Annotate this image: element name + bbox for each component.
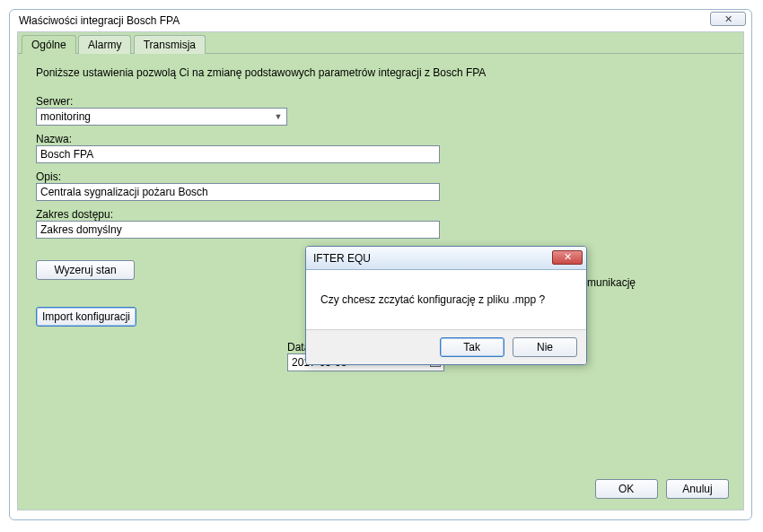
tab-strip: Ogólne Alarmy Transmisja	[22, 35, 743, 54]
confirm-dialog-title: IFTER EQU	[313, 252, 371, 265]
tab-general[interactable]: Ogólne	[22, 35, 76, 54]
confirm-dialog-buttons: Tak Nie	[306, 329, 586, 364]
description-input[interactable]: Centrala sygnalizacji pożaru Bosch	[36, 183, 440, 201]
reset-state-button[interactable]: Wyzeruj stan	[36, 260, 135, 280]
confirm-dialog-titlebar: IFTER EQU ✕	[306, 247, 586, 270]
server-value: monitoring	[40, 110, 91, 123]
properties-window: Właściwości integracji Bosch FPA ✕ Ogóln…	[9, 9, 752, 520]
ok-button[interactable]: OK	[595, 479, 658, 499]
tab-alarms[interactable]: Alarmy	[78, 35, 131, 54]
confirm-dialog-close-button[interactable]: ✕	[552, 250, 583, 265]
window-title: Właściwości integracji Bosch FPA	[19, 14, 180, 27]
intro-text: Poniższe ustawienia pozwolą Ci na zmianę…	[36, 66, 725, 79]
scope-value: Zakres domyślny	[40, 223, 122, 236]
name-input[interactable]: Bosch FPA	[36, 145, 440, 163]
server-combobox[interactable]: monitoring ▼	[36, 108, 287, 126]
confirm-dialog-message: Czy chcesz zczytać konfigurację z pliku …	[306, 270, 586, 329]
name-value: Bosch FPA	[40, 148, 93, 161]
no-button[interactable]: Nie	[513, 337, 577, 357]
server-label: Serwer:	[36, 95, 725, 108]
scope-input[interactable]: Zakres domyślny	[36, 221, 440, 239]
tab-transmission[interactable]: Transmisja	[134, 35, 206, 54]
import-config-button[interactable]: Import konfiguracji	[36, 307, 136, 327]
window-titlebar: Właściwości integracji Bosch FPA ✕	[10, 10, 751, 31]
dialog-footer-buttons: OK Anuluj	[590, 479, 729, 499]
cancel-button[interactable]: Anuluj	[666, 479, 729, 499]
client-area: Ogólne Alarmy Transmisja Poniższe ustawi…	[17, 31, 744, 510]
chevron-down-icon: ▼	[272, 110, 285, 123]
window-close-button[interactable]: ✕	[710, 12, 746, 26]
description-label: Opis:	[36, 170, 725, 183]
confirm-dialog: IFTER EQU ✕ Czy chcesz zczytać konfigura…	[305, 246, 587, 365]
scope-label: Zakres dostępu:	[36, 208, 725, 221]
yes-button[interactable]: Tak	[440, 337, 504, 357]
close-icon: ✕	[564, 251, 572, 262]
name-label: Nazwa:	[36, 133, 725, 145]
description-value: Centrala sygnalizacji pożaru Bosch	[40, 186, 208, 198]
close-icon: ✕	[724, 13, 732, 24]
